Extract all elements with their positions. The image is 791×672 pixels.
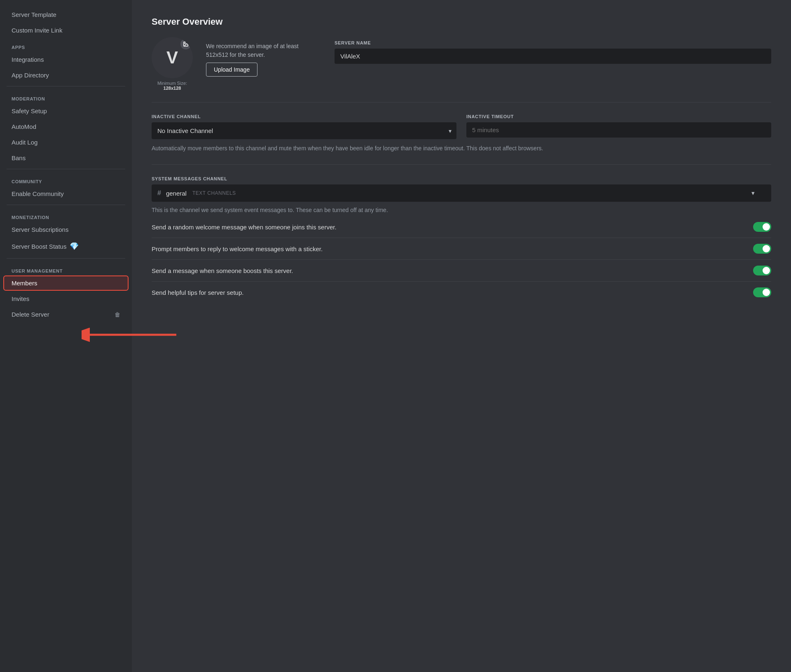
sidebar-divider [7, 169, 125, 169]
sidebar-divider [7, 86, 125, 86]
sidebar-item-label: Audit Log [12, 139, 37, 146]
inactive-timeout-col: INACTIVE TIMEOUT [466, 114, 771, 139]
system-messages-hint: This is the channel we send system event… [152, 206, 771, 215]
sidebar-item-audit-log[interactable]: Audit Log [3, 135, 129, 150]
channel-chevron-icon: ▾ [751, 189, 755, 197]
sidebar-item-automod[interactable]: AutoMod [3, 119, 129, 134]
toggle-label-welcome-message: Send a random welcome message when someo… [152, 224, 337, 231]
sidebar-item-server-template[interactable]: Server Template [3, 7, 129, 22]
toggle-label-boost-message: Send a message when someone boosts this … [152, 267, 293, 274]
sidebar-item-label: Integrations [12, 56, 44, 63]
main-content: Server Overview V Minimum Size: 128x128 … [132, 0, 791, 672]
inactive-hint: Automatically move members to this chann… [152, 144, 771, 153]
sidebar-item-label: Bans [12, 154, 26, 161]
sidebar-item-label: Enable Community [12, 190, 64, 197]
sidebar-item-members[interactable]: Members [3, 275, 129, 291]
sidebar-item-bans[interactable]: Bans [3, 150, 129, 166]
sidebar-section-label: USER MANAGEMENT [0, 262, 132, 275]
arrow-annotation [132, 322, 180, 349]
page-title: Server Overview [152, 16, 771, 27]
toggle-list: Send a random welcome message when someo… [152, 216, 771, 303]
upload-section: We recommend an image of at least 512x51… [206, 37, 321, 77]
sidebar-item-server-subscriptions[interactable]: Server Subscriptions [3, 222, 129, 237]
toggle-label-sticker-prompt: Prompt members to reply to welcome messa… [152, 245, 323, 252]
sidebar-item-label: Invites [12, 295, 29, 302]
server-name-label: SERVER NAME [335, 40, 771, 45]
sidebar-item-custom-invite-link[interactable]: Custom Invite Link [3, 23, 129, 38]
sidebar-item-label: Server Subscriptions [12, 226, 68, 233]
sidebar-item-server-boost-status[interactable]: Server Boost Status💎 [3, 238, 129, 255]
sidebar-section-label: APPS [0, 38, 132, 51]
boost-icon: 💎 [70, 242, 79, 251]
toggle-row-boost-message: Send a message when someone boosts this … [152, 260, 771, 282]
system-messages-label: SYSTEM MESSAGES CHANNEL [152, 176, 771, 181]
sidebar-item-label: AutoMod [12, 123, 36, 130]
sidebar-divider [7, 258, 125, 259]
divider-1 [152, 102, 771, 103]
toggle-row-sticker-prompt: Prompt members to reply to welcome messa… [152, 238, 771, 260]
system-channel-select[interactable]: # general TEXT CHANNELS ▾ [152, 184, 771, 202]
inactive-channel-label: INACTIVE CHANNEL [152, 114, 456, 119]
avatar-min-size: Minimum Size: 128x128 [152, 81, 193, 91]
sidebar-item-label: App Directory [12, 72, 49, 79]
divider-2 [152, 164, 771, 165]
inactive-channel-col: INACTIVE CHANNEL No Inactive Channel ▾ [152, 114, 456, 139]
avatar[interactable]: V [152, 37, 193, 78]
sidebar: (function() { const data = JSON.parse(do… [0, 0, 132, 672]
inactive-channel-select-wrap: No Inactive Channel ▾ [152, 122, 456, 139]
channel-name: general [166, 190, 187, 197]
server-name-section: SERVER NAME [335, 37, 771, 64]
sidebar-item-safety-setup[interactable]: Safety Setup [3, 103, 129, 119]
sidebar-section-label: COMMUNITY [0, 173, 132, 186]
sidebar-item-label: Server Boost Status [12, 243, 66, 250]
sidebar-item-label: Safety Setup [12, 107, 47, 114]
sidebar-section-label: MODERATION [0, 90, 132, 103]
sidebar-item-label: Server Template [12, 11, 56, 18]
inactive-timeout-input[interactable] [466, 122, 771, 138]
svg-point-1 [185, 43, 185, 44]
sidebar-item-invites[interactable]: Invites [3, 291, 129, 306]
toggle-row-helpful-tips: Send helpful tips for server setup. [152, 282, 771, 303]
hash-icon: # [157, 189, 161, 197]
toggle-helpful-tips[interactable] [753, 287, 771, 297]
upload-hint: We recommend an image of at least 512x51… [206, 42, 321, 59]
avatar-upload-icon[interactable] [180, 39, 191, 49]
avatar-wrap: V Minimum Size: 128x128 [152, 37, 193, 91]
overview-top: V Minimum Size: 128x128 We recommend an … [152, 37, 771, 91]
sidebar-item-label: Custom Invite Link [12, 27, 62, 34]
inactive-row: INACTIVE CHANNEL No Inactive Channel ▾ I… [152, 114, 771, 139]
toggle-welcome-message[interactable] [753, 222, 771, 232]
sidebar-item-label: Delete Server [12, 311, 49, 318]
sidebar-item-integrations[interactable]: Integrations [3, 52, 129, 67]
channel-sub: TEXT CHANNELS [192, 190, 236, 196]
avatar-letter: V [166, 48, 178, 68]
inactive-timeout-label: INACTIVE TIMEOUT [466, 114, 771, 119]
inactive-channel-select[interactable]: No Inactive Channel [152, 122, 456, 139]
toggle-label-helpful-tips: Send helpful tips for server setup. [152, 289, 243, 296]
toggle-boost-message[interactable] [753, 266, 771, 275]
upload-image-button[interactable]: Upload Image [206, 63, 257, 77]
sidebar-divider [7, 205, 125, 205]
sidebar-item-enable-community[interactable]: Enable Community [3, 186, 129, 201]
toggle-sticker-prompt[interactable] [753, 244, 771, 254]
trash-icon: 🗑 [115, 311, 120, 318]
server-name-input[interactable] [335, 49, 771, 64]
sidebar-item-label: Members [12, 280, 37, 287]
toggle-row-welcome-message: Send a random welcome message when someo… [152, 216, 771, 238]
sidebar-section-label: MONETIZATION [0, 208, 132, 222]
sidebar-item-app-directory[interactable]: App Directory [3, 68, 129, 83]
sidebar-item-delete-server[interactable]: Delete Server🗑 [3, 307, 129, 322]
